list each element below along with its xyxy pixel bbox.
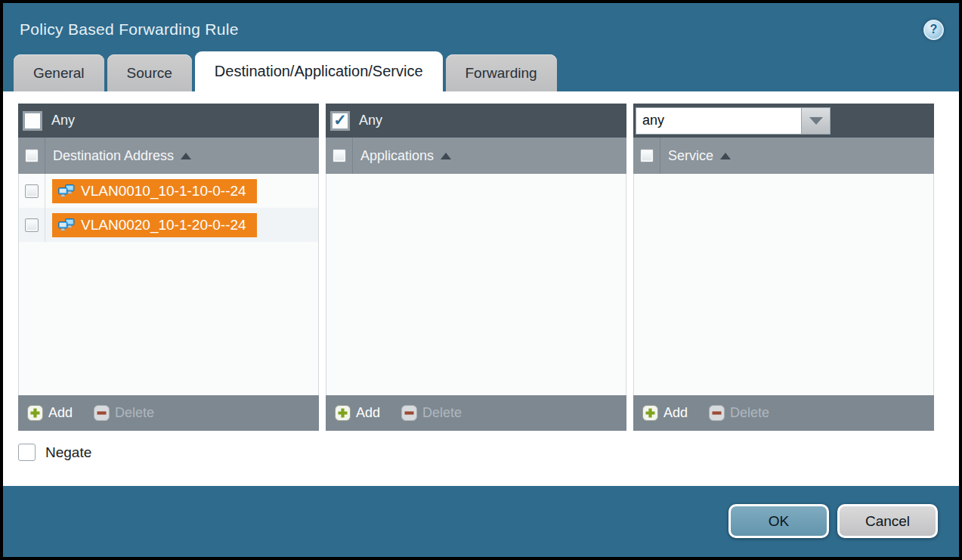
applications-delete-button[interactable]: Delete xyxy=(401,405,462,421)
address-object-icon xyxy=(58,218,75,231)
applications-select-all-checkbox[interactable] xyxy=(333,149,346,162)
destination-address-item[interactable]: VLAN0010_10-1-10-0--24 xyxy=(52,179,257,203)
panels-row: Any Destination Address xyxy=(18,104,959,431)
service-panel: any Service xyxy=(633,104,934,431)
tab-content: Any Destination Address xyxy=(3,91,959,486)
destination-address-item[interactable]: VLAN0020_10-1-20-0--24 xyxy=(52,213,257,237)
add-label: Add xyxy=(48,405,73,421)
delete-label: Delete xyxy=(730,405,769,421)
service-select-all-checkbox[interactable] xyxy=(640,149,654,162)
dropdown-button[interactable] xyxy=(801,107,831,135)
destination-add-button[interactable]: Add xyxy=(27,405,73,421)
service-column-label: Service xyxy=(668,148,713,164)
tab-source[interactable]: Source xyxy=(107,54,192,91)
service-list xyxy=(633,174,934,395)
destination-list: VLAN0010_10-1-10-0--24 xyxy=(18,174,319,395)
applications-any-label: Any xyxy=(359,113,382,128)
tab-destination-application-service[interactable]: Destination/Application/Service xyxy=(195,51,443,91)
negate-row: Negate xyxy=(18,444,959,461)
service-any-bar: any xyxy=(633,104,934,138)
delete-minus-icon xyxy=(94,405,110,421)
service-add-button[interactable]: Add xyxy=(642,405,688,421)
cancel-button[interactable]: Cancel xyxy=(837,504,938,538)
sort-ascending-icon xyxy=(441,153,451,159)
destination-delete-button[interactable]: Delete xyxy=(94,405,154,421)
negate-label: Negate xyxy=(45,444,91,461)
dialog-title: Policy Based Forwarding Rule xyxy=(20,20,239,39)
applications-toolbar: Add Delete xyxy=(326,395,626,431)
applications-add-button[interactable]: Add xyxy=(335,405,380,421)
destination-column-header[interactable]: Destination Address xyxy=(18,138,319,174)
applications-column-header[interactable]: Applications xyxy=(326,138,626,174)
destination-toolbar: Add Delete xyxy=(18,395,319,431)
delete-minus-icon xyxy=(709,405,725,421)
sort-ascending-icon xyxy=(181,153,191,159)
add-plus-icon xyxy=(335,405,351,421)
chevron-down-icon xyxy=(809,117,823,125)
help-icon[interactable]: ? xyxy=(923,20,944,40)
add-label: Add xyxy=(664,405,688,421)
tab-general[interactable]: General xyxy=(14,54,104,91)
title-bar: Policy Based Forwarding Rule ? xyxy=(3,3,959,51)
add-plus-icon xyxy=(642,405,658,421)
applications-any-bar: ✓ Any xyxy=(326,104,626,138)
add-label: Add xyxy=(356,405,380,421)
service-type-dropdown[interactable]: any xyxy=(636,107,831,135)
delete-label: Delete xyxy=(422,405,462,421)
destination-any-checkbox[interactable] xyxy=(24,113,41,129)
applications-list xyxy=(326,174,626,395)
service-column-header[interactable]: Service xyxy=(633,138,934,174)
row-checkbox[interactable] xyxy=(25,218,39,232)
address-object-icon xyxy=(58,184,75,197)
destination-select-all-checkbox[interactable] xyxy=(25,149,39,162)
table-row: VLAN0020_10-1-20-0--24 xyxy=(19,208,318,242)
policy-based-forwarding-dialog: Policy Based Forwarding Rule ? General S… xyxy=(0,0,962,560)
applications-any-checkbox[interactable]: ✓ xyxy=(332,113,348,129)
table-row: VLAN0010_10-1-10-0--24 xyxy=(19,174,318,208)
delete-label: Delete xyxy=(115,405,154,421)
service-toolbar: Add Delete xyxy=(633,395,934,431)
negate-checkbox[interactable] xyxy=(18,444,36,461)
service-delete-button[interactable]: Delete xyxy=(709,405,769,421)
destination-address-panel: Any Destination Address xyxy=(18,104,319,431)
ok-button[interactable]: OK xyxy=(728,504,829,538)
delete-minus-icon xyxy=(401,405,417,421)
destination-any-label: Any xyxy=(51,113,75,128)
tab-forwarding[interactable]: Forwarding xyxy=(446,54,557,91)
service-type-value: any xyxy=(636,107,801,135)
checkmark-icon: ✓ xyxy=(333,112,347,128)
destination-address-value: VLAN0010_10-1-10-0--24 xyxy=(81,183,246,200)
help-glyph: ? xyxy=(930,23,938,36)
row-checkbox[interactable] xyxy=(25,184,39,198)
destination-address-value: VLAN0020_10-1-20-0--24 xyxy=(81,217,246,234)
applications-panel: ✓ Any Applications xyxy=(326,104,626,431)
destination-any-bar: Any xyxy=(18,104,319,138)
sort-ascending-icon xyxy=(720,153,731,159)
destination-column-label: Destination Address xyxy=(53,148,174,164)
dialog-footer: OK Cancel xyxy=(3,486,959,557)
add-plus-icon xyxy=(27,405,43,421)
applications-column-label: Applications xyxy=(360,148,434,164)
tab-bar: General Source Destination/Application/S… xyxy=(3,51,959,91)
